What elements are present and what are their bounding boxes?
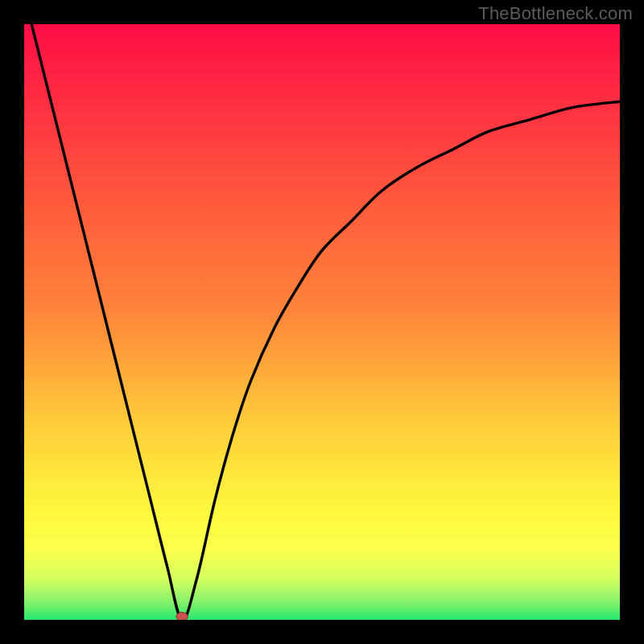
chart-plot-area — [24, 24, 620, 620]
watermark-label: TheBottleneck.com — [478, 3, 633, 24]
chart-background-gradient — [24, 24, 620, 620]
chart-svg — [24, 24, 620, 620]
optimum-marker — [176, 613, 188, 620]
chart-frame: TheBottleneck.com — [0, 0, 644, 644]
